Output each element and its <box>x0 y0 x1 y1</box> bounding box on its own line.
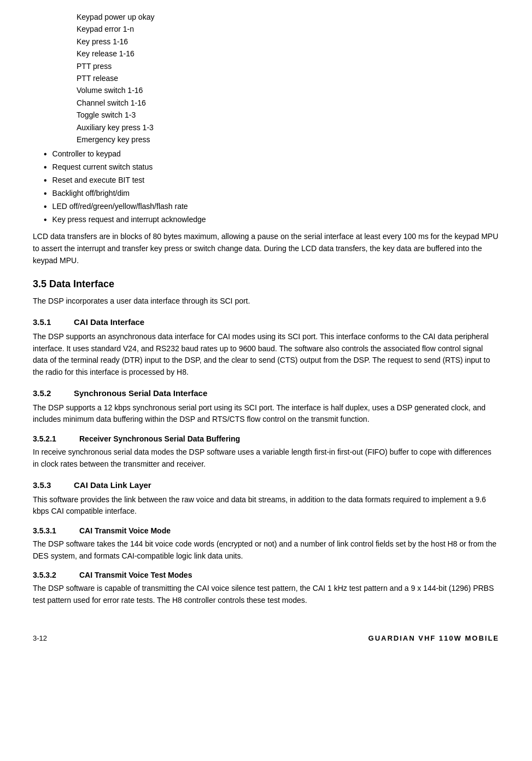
section-3-5-heading: 3.5 Data Interface <box>33 278 499 290</box>
indent-item-10: Auxiliary key press 1-3 <box>77 121 499 133</box>
indent-item-2: Keypad error 1-n <box>77 23 499 35</box>
indent-item-9: Toggle switch 1-3 <box>77 109 499 121</box>
section-3-5-2-1-heading: 3.5.2.1 Receiver Synchronous Serial Data… <box>33 434 499 443</box>
bullet-item-3: Reset and execute BIT test <box>44 174 499 187</box>
indent-item-3: Key press 1-16 <box>77 36 499 48</box>
section-3-5-3-heading: 3.5.3 CAI Data Link Layer <box>33 480 499 490</box>
section-3-5-2-heading: 3.5.2 Synchronous Serial Data Interface <box>33 388 499 398</box>
bullet-item-2: Request current switch status <box>44 161 499 174</box>
footer-page: 3-12 <box>33 634 47 642</box>
section-3-5-1-body: The DSP supports an asynchronous data in… <box>33 331 499 379</box>
section-3-5-2-1-body: In receive synchronous serial data modes… <box>33 446 499 470</box>
bullet-item-4: Backlight off/bright/dim <box>44 187 499 200</box>
bullet-list: Controller to keypad Request current swi… <box>33 148 499 226</box>
indent-item-8: Channel switch 1-16 <box>77 97 499 109</box>
section-3-5-1-heading: 3.5.1 CAI Data Interface <box>33 317 499 327</box>
section-3-5-3-2-heading: 3.5.3.2 CAI Transmit Voice Test Modes <box>33 571 499 579</box>
section-3-5-3-1-heading: 3.5.3.1 CAI Transmit Voice Mode <box>33 526 499 535</box>
bullet-item-6: Key press request and interrupt acknowle… <box>44 213 499 226</box>
indent-list: Keypad power up okay Keypad error 1-n Ke… <box>33 11 499 146</box>
section-3-5-3-1-body: The DSP software takes the 144 bit voice… <box>33 538 499 562</box>
section-3-5-2-body: The DSP supports a 12 kbps synchronous s… <box>33 402 499 426</box>
lcd-paragraph: LCD data transfers are in blocks of 80 b… <box>33 231 499 266</box>
indent-item-6: PTT release <box>77 72 499 84</box>
section-3-5-intro: The DSP incorporates a user data interfa… <box>33 295 499 307</box>
indent-item-4: Key release 1-16 <box>77 48 499 60</box>
footer: 3-12 GUARDIAN VHF 110W MOBILE <box>33 629 499 642</box>
indent-item-11: Emergency key press <box>77 133 499 146</box>
footer-title: GUARDIAN VHF 110W MOBILE <box>369 634 499 642</box>
section-3-5-3-body: This software provides the link between … <box>33 494 499 518</box>
section-3-5-3-2-body: The DSP software is capable of transmitt… <box>33 583 499 606</box>
bullet-item-1: Controller to keypad <box>44 148 499 161</box>
indent-item-1: Keypad power up okay <box>77 11 499 23</box>
bullet-item-5: LED off/red/green/yellow/flash/flash rat… <box>44 200 499 213</box>
indent-item-5: PTT press <box>77 60 499 72</box>
indent-item-7: Volume switch 1-16 <box>77 84 499 96</box>
